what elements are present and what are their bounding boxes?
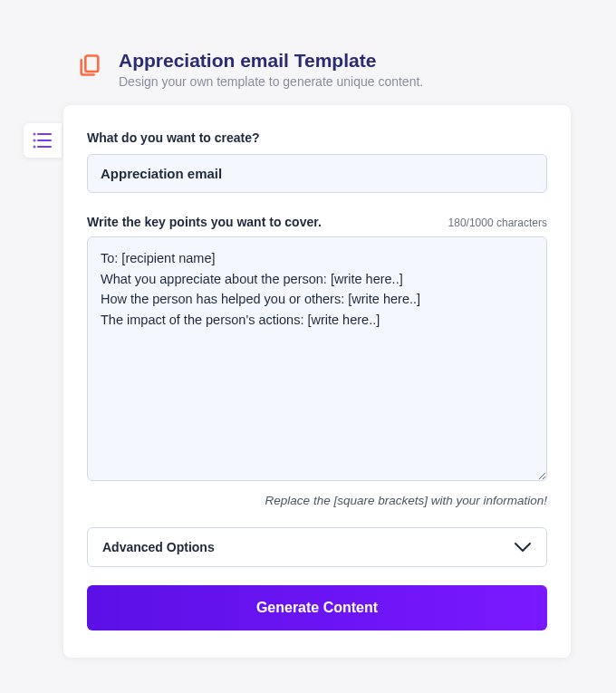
generate-button[interactable]: Generate Content (87, 585, 547, 630)
helper-text: Replace the [square brackets] with your … (87, 494, 547, 507)
form-card: What do you want to create? Write the ke… (63, 105, 571, 658)
page-title: Appreciation email Template (119, 49, 423, 72)
list-icon (33, 132, 53, 149)
svg-rect-6 (85, 56, 98, 72)
advanced-options-toggle[interactable]: Advanced Options (87, 527, 547, 567)
chevron-down-icon (514, 542, 532, 553)
svg-point-4 (34, 147, 35, 148)
page-header: Appreciation email Template Design your … (0, 0, 616, 89)
create-label: What do you want to create? (87, 130, 547, 145)
keypoints-label: Write the key points you want to cover. (87, 215, 322, 229)
create-input[interactable] (87, 154, 547, 193)
char-counter: 180/1000 characters (448, 217, 547, 229)
copy-icon (77, 53, 102, 82)
page-subtitle: Design your own template to generate uni… (119, 74, 423, 89)
svg-point-0 (34, 134, 35, 135)
side-menu-tab[interactable] (24, 123, 62, 158)
keypoints-textarea[interactable] (87, 236, 547, 481)
svg-point-2 (34, 140, 35, 141)
advanced-options-label: Advanced Options (102, 540, 215, 554)
